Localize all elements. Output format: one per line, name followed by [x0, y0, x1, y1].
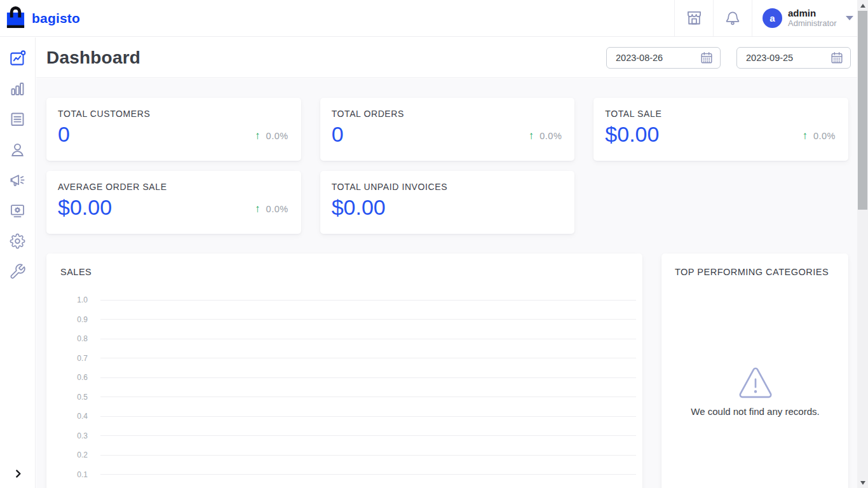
date-from-input[interactable]: 2023-08-26 [606, 47, 721, 69]
sidebar-item-cms[interactable] [5, 198, 31, 223]
calendar-icon[interactable] [700, 51, 714, 65]
gear-icon [9, 233, 26, 250]
sidebar-expand-button[interactable] [0, 468, 36, 479]
store-button[interactable] [674, 0, 713, 36]
stat-delta: 0.0% [266, 131, 288, 141]
person-icon [9, 141, 26, 158]
gridline [100, 474, 636, 475]
shopping-bag-icon [5, 4, 26, 32]
dashboard-chart-icon [9, 50, 26, 67]
stat-label: TOTAL CUSTOMERS [58, 109, 290, 119]
stat-delta: 0.0% [266, 204, 288, 214]
brand-name: bagisto [32, 11, 80, 26]
stat-delta: 0.0% [539, 131, 562, 141]
date-to-value: 2023-09-25 [746, 53, 793, 63]
gridline [100, 358, 636, 358]
y-tick: 0.3 [60, 431, 88, 440]
stat-label: TOTAL UNPAID INVOICES [332, 182, 564, 192]
storefront-icon [686, 10, 703, 27]
vertical-scrollbar[interactable] [857, 0, 868, 488]
user-menu[interactable]: a admin Administrator [752, 0, 857, 36]
stat-label: TOTAL SALE [605, 109, 837, 119]
sales-chart-card: SALES 1.0 0.9 0.8 0.7 0.6 0.5 0.4 0.3 0.… [46, 254, 642, 488]
screen-gear-icon [9, 202, 26, 219]
scrollbar-thumb[interactable] [858, 11, 867, 210]
top-categories-card: TOP PERFORMING CATEGORIES We could not f… [661, 254, 848, 488]
avatar: a [763, 8, 782, 28]
user-role: Administrator [788, 19, 837, 29]
document-icon [9, 111, 26, 128]
arrow-up-icon: ↑ [802, 130, 808, 142]
wrench-icon [9, 263, 26, 280]
y-tick: 0.5 [60, 393, 88, 402]
sidebar-item-catalog[interactable] [5, 106, 31, 132]
y-tick: 0.6 [60, 373, 88, 382]
page-header: Dashboard 2023-08-26 2023-09-25 [36, 37, 857, 78]
stat-card-total-orders: TOTAL ORDERS 0 ↑ 0.0% [320, 98, 575, 161]
chevron-down-icon [846, 16, 853, 20]
sidebar-item-configure[interactable] [5, 259, 31, 284]
empty-state: We could not find any records. [675, 366, 836, 417]
stats-grid: TOTAL CUSTOMERS 0 ↑ 0.0% TOTAL ORDERS 0 … [46, 98, 848, 234]
y-tick: 0.8 [60, 334, 88, 343]
gridline [100, 339, 636, 339]
arrow-up-icon: ↑ [255, 130, 261, 142]
stat-label: TOTAL ORDERS [332, 109, 564, 119]
scroll-up-button[interactable] [857, 0, 868, 11]
stat-delta: 0.0% [813, 131, 836, 141]
stat-label: AVERAGE ORDER SALE [58, 182, 290, 192]
chevron-right-icon [13, 468, 24, 479]
sidebar-item-customers[interactable] [5, 137, 31, 162]
sidebar-item-settings[interactable] [5, 228, 31, 254]
top-categories-title: TOP PERFORMING CATEGORIES [675, 267, 836, 277]
sidebar-item-marketing[interactable] [5, 167, 31, 193]
y-tick: 0.4 [60, 412, 88, 421]
megaphone-icon [9, 172, 26, 189]
sales-chart-title: SALES [60, 267, 636, 277]
sidebar-item-dashboard[interactable] [5, 45, 31, 71]
user-name: admin [788, 8, 837, 18]
gridline [100, 435, 636, 436]
arrow-down-icon [860, 481, 865, 485]
y-tick: 1.0 [60, 295, 88, 304]
gridline [100, 319, 636, 320]
date-from-value: 2023-08-26 [616, 53, 663, 63]
date-to-input[interactable]: 2023-09-25 [736, 47, 851, 69]
y-tick: 0.2 [60, 451, 88, 459]
gridline [100, 396, 636, 397]
stat-card-total-unpaid-invoices: TOTAL UNPAID INVOICES $0.00 [320, 171, 575, 234]
calendar-icon[interactable] [830, 51, 844, 65]
stat-value: $0.00 [332, 195, 564, 220]
stat-card-total-sale: TOTAL SALE $0.00 ↑ 0.0% [593, 98, 848, 161]
sidebar-item-sales[interactable] [5, 76, 31, 101]
date-range-filter: 2023-08-26 2023-09-25 [606, 47, 851, 69]
y-tick: 0.7 [60, 354, 88, 363]
empty-state-message: We could not find any records. [691, 406, 819, 417]
gridline [100, 416, 636, 417]
gridline [100, 455, 636, 456]
stat-card-average-order-sale: AVERAGE ORDER SALE $0.00 ↑ 0.0% [46, 171, 301, 234]
bell-icon [724, 10, 741, 27]
sales-chart: 1.0 0.9 0.8 0.7 0.6 0.5 0.4 0.3 0.2 0.1 [60, 290, 636, 484]
warning-triangle-icon [736, 366, 775, 400]
sidebar-nav [0, 37, 36, 488]
page-title: Dashboard [46, 48, 140, 68]
stat-card-total-customers: TOTAL CUSTOMERS 0 ↑ 0.0% [46, 98, 301, 161]
gridline [100, 300, 636, 301]
brand-logo[interactable]: bagisto [0, 4, 80, 32]
arrow-up-icon [860, 4, 865, 8]
arrow-up-icon: ↑ [255, 203, 261, 215]
notifications-button[interactable] [713, 0, 752, 36]
dashboard-content: TOTAL CUSTOMERS 0 ↑ 0.0% TOTAL ORDERS 0 … [36, 79, 857, 488]
arrow-up-icon: ↑ [529, 130, 534, 142]
top-header: bagisto a admin Admi [0, 0, 857, 37]
scroll-down-button[interactable] [857, 477, 868, 488]
y-tick: 0.9 [60, 315, 88, 324]
gridline [100, 377, 636, 378]
bar-chart-icon [9, 80, 26, 97]
y-tick: 0.1 [60, 470, 88, 479]
